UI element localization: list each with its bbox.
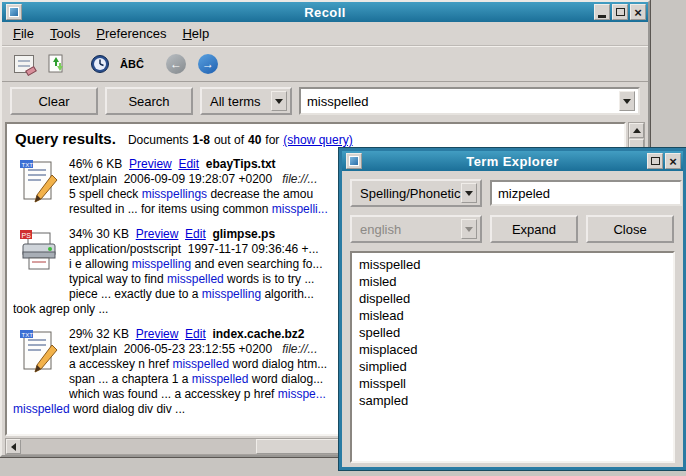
main-titlebar[interactable]: Recoll bbox=[2, 2, 648, 22]
results-title: Query results. bbox=[15, 130, 116, 147]
text-file-pencil-icon: TXT bbox=[13, 157, 69, 217]
show-query-link[interactable]: (show query) bbox=[283, 133, 352, 147]
result-text: took agrep only ... bbox=[13, 302, 108, 316]
result-text: 29% 32 KB bbox=[69, 327, 136, 341]
system-menu-button[interactable] bbox=[6, 4, 22, 20]
query-combobox[interactable] bbox=[299, 87, 640, 115]
documents-label: Documents bbox=[128, 133, 189, 147]
term-list-item[interactable]: dispelled bbox=[352, 290, 673, 307]
term-list-item[interactable]: simplied bbox=[352, 358, 673, 375]
result-text: words is to try ... bbox=[224, 272, 315, 286]
result-text: piece ... exactly due to a bbox=[69, 287, 202, 301]
term-list-item[interactable]: spelled bbox=[352, 324, 673, 341]
dialog-system-menu-button[interactable] bbox=[346, 153, 362, 169]
dialog-maximize-button[interactable] bbox=[647, 153, 663, 169]
chevron-down-icon bbox=[461, 183, 477, 203]
search-input[interactable] bbox=[303, 94, 619, 109]
term-list-item[interactable]: sampled bbox=[352, 392, 673, 409]
expand-button[interactable]: Expand bbox=[490, 215, 578, 243]
highlighted-term: misspellings bbox=[142, 187, 207, 201]
language-combobox: english bbox=[350, 215, 482, 243]
term-input[interactable] bbox=[490, 180, 682, 206]
svg-text:TXT: TXT bbox=[22, 162, 34, 168]
term-explorer-dialog: Term Explorer Spelling/Phonetic english … bbox=[339, 148, 686, 470]
next-page-icon[interactable] bbox=[192, 49, 224, 79]
sheet-line bbox=[18, 60, 30, 62]
maximize-icon bbox=[616, 8, 625, 16]
clock-glyph bbox=[90, 54, 110, 74]
result-filename: glimpse.ps bbox=[212, 227, 275, 241]
term-list-item[interactable]: misspelled bbox=[352, 256, 673, 273]
search-mode-combobox[interactable]: All terms bbox=[200, 87, 292, 115]
edit-link[interactable]: Edit bbox=[185, 227, 206, 241]
result-text: a accesskey n href bbox=[69, 357, 172, 371]
dialog-titlebar[interactable]: Term Explorer bbox=[342, 151, 683, 171]
expansion-mode-value: Spelling/Phonetic bbox=[360, 186, 460, 201]
chevron-down-icon[interactable] bbox=[619, 91, 635, 111]
dialog-close-button[interactable] bbox=[665, 153, 681, 169]
update-index-icon[interactable] bbox=[40, 49, 72, 79]
close-button[interactable] bbox=[630, 4, 646, 20]
close-icon bbox=[669, 152, 677, 170]
search-button[interactable]: Search bbox=[105, 87, 193, 115]
maximize-icon bbox=[651, 157, 660, 165]
chevron-down-icon bbox=[271, 91, 287, 111]
chevron-down-icon bbox=[461, 219, 477, 239]
recoll-app-icon bbox=[9, 7, 19, 17]
highlighted-term: misspelled bbox=[192, 372, 249, 386]
result-text: and even searching fo... bbox=[191, 257, 322, 271]
menu-file[interactable]: File bbox=[5, 23, 42, 44]
highlighted-term: misspelled bbox=[172, 357, 229, 371]
toolbar: ÂBĈ bbox=[2, 46, 648, 82]
preview-link[interactable]: Preview bbox=[136, 327, 179, 341]
menu-help[interactable]: Help bbox=[174, 23, 217, 44]
term-list-item[interactable]: mislead bbox=[352, 307, 673, 324]
term-list: misspelledmisleddispelledmisleadspelledm… bbox=[350, 251, 675, 463]
sheet-icon bbox=[14, 55, 34, 73]
postscript-printer-icon: PS bbox=[13, 227, 69, 302]
term-list-item[interactable]: misspell bbox=[352, 375, 673, 392]
preview-link[interactable]: Preview bbox=[136, 227, 179, 241]
spell-term-explorer-icon[interactable]: ÂBĈ bbox=[116, 49, 148, 79]
for-label: for bbox=[265, 133, 279, 147]
close-button[interactable]: Close bbox=[586, 215, 674, 243]
maximize-button[interactable] bbox=[612, 4, 628, 20]
result-text: word dialog div div ... bbox=[70, 402, 185, 416]
recoll-app-icon bbox=[349, 156, 359, 166]
scroll-left-button[interactable] bbox=[6, 439, 21, 454]
highlighted-term: misspelling bbox=[202, 287, 261, 301]
result-text: algorith... bbox=[261, 287, 314, 301]
spell-label: ÂBĈ bbox=[120, 58, 144, 70]
minimize-icon bbox=[598, 15, 606, 18]
dialog-title: Term Explorer bbox=[342, 154, 683, 169]
results-total: 40 bbox=[248, 133, 261, 147]
result-text: 46% 6 KB bbox=[69, 157, 129, 171]
result-text: text/plain 2006-05-23 23:12:55 +0200 bbox=[69, 342, 282, 356]
expansion-mode-combobox[interactable]: Spelling/Phonetic bbox=[350, 179, 482, 207]
result-text: word dialog htm... bbox=[229, 357, 327, 371]
language-value: english bbox=[360, 222, 401, 237]
close-icon bbox=[634, 3, 642, 21]
term-list-item[interactable]: misplaced bbox=[352, 341, 673, 358]
result-text: 5 spell check bbox=[69, 187, 142, 201]
term-list-item[interactable]: misled bbox=[352, 273, 673, 290]
dialog-body: Spelling/Phonetic english Expand Close m… bbox=[342, 171, 683, 471]
highlighted-term: misspelling bbox=[132, 257, 191, 271]
result-text: decrease the amou bbox=[207, 187, 313, 201]
preview-link[interactable]: Preview bbox=[129, 157, 172, 171]
edit-link[interactable]: Edit bbox=[178, 157, 199, 171]
clear-list-icon[interactable] bbox=[8, 49, 40, 79]
result-text: span ... a chaptera 1 a bbox=[69, 372, 192, 386]
menu-tools[interactable]: Tools bbox=[42, 23, 88, 44]
previous-page-icon[interactable] bbox=[160, 49, 192, 79]
clear-button[interactable]: Clear bbox=[10, 87, 98, 115]
edit-link[interactable]: Edit bbox=[185, 327, 206, 341]
scroll-up-button[interactable] bbox=[629, 123, 644, 138]
result-text: which was found ... a accesskey p href bbox=[69, 387, 278, 401]
search-mode-value: All terms bbox=[210, 94, 261, 109]
minimize-button[interactable] bbox=[594, 4, 610, 20]
menu-preferences[interactable]: Preferences bbox=[88, 23, 174, 44]
horizontal-scrollbar-thumb[interactable] bbox=[256, 439, 346, 454]
history-clock-icon[interactable] bbox=[84, 49, 116, 79]
text-file-pencil-icon: TXT bbox=[13, 327, 69, 402]
